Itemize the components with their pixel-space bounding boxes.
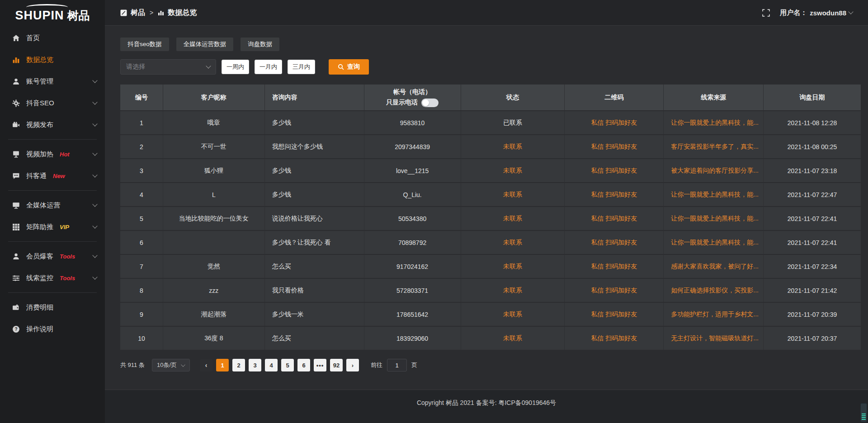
cell-source[interactable]: 如何正确选择投影仪，买投影... — [664, 279, 764, 302]
page-button[interactable]: 92 — [330, 359, 343, 371]
cell-status: 未联系 — [461, 135, 565, 158]
cell-date: 2021-11-07 20:39 — [764, 303, 861, 326]
goto-page-input[interactable] — [387, 359, 407, 371]
period-button[interactable]: 一周内 — [222, 60, 249, 74]
page-size-select[interactable]: 10条/页 — [152, 359, 190, 371]
tab-button[interactable]: 全媒体运营数据 — [176, 38, 234, 51]
chevron-down-icon — [92, 99, 97, 104]
qrcode-links[interactable]: 私信 扫码加好友 — [591, 239, 637, 247]
qrcode-links[interactable]: 私信 扫码加好友 — [591, 119, 637, 127]
phone-only-toggle[interactable] — [421, 99, 439, 107]
page-button[interactable]: 5 — [281, 359, 294, 371]
toggle-knob — [422, 99, 429, 106]
floating-widget[interactable] — [860, 403, 867, 422]
page-button[interactable]: › — [346, 359, 359, 371]
qrcode-links[interactable]: 私信 扫码加好友 — [591, 263, 637, 271]
page-button[interactable]: 4 — [265, 359, 278, 371]
logo: SHUPIN 树品 — [0, 4, 105, 27]
cell-status: 未联系 — [461, 255, 565, 278]
sidebar-item-data-overview[interactable]: 数据总览 — [0, 49, 105, 70]
chevron-down-icon — [92, 223, 97, 228]
cell-account: 178651642 — [364, 303, 461, 326]
sidebar-item-video-publish[interactable]: 视频发布 — [0, 114, 105, 136]
grid-icon — [12, 223, 20, 231]
page-buttons: ‹ 1 2 3 4 5 6 ••• 92 › — [200, 359, 363, 371]
table-row: 6 多少钱？让我死心 看 70898792 未联系 私信 扫码加好友 让你一眼就… — [120, 230, 861, 254]
cell-source[interactable]: 让你一眼就爱上的黑科技，能... — [664, 207, 764, 230]
sidebar-item-douyin-seo[interactable]: 抖音SEO — [0, 92, 105, 114]
cell-source[interactable]: 多功能护栏灯，适用于乡村文... — [664, 303, 764, 326]
col-header-id: 编号 — [120, 85, 163, 110]
cell-qrcode: 私信 扫码加好友 — [565, 303, 664, 326]
sidebar-item-lead-monitor[interactable]: 线索监控 Tools — [0, 267, 105, 289]
cell-source[interactable]: 无主灯设计，智能磁吸轨道灯... — [664, 327, 764, 350]
tab-button[interactable]: 抖音seo数据 — [120, 38, 169, 51]
cell-content: 怎么买 — [265, 255, 364, 278]
cell-content: 多少钱 — [265, 183, 364, 206]
table-row: 2 不可一世 我想问这个多少钱 2097344839 未联系 私信 扫码加好友 … — [120, 134, 861, 158]
cell-source[interactable]: 被大家追着问的客厅投影分享... — [664, 159, 764, 182]
page-button[interactable]: ‹ — [200, 359, 212, 371]
goto-page: 前往 页 — [371, 359, 417, 371]
cell-source[interactable]: 让你一眼就爱上的黑科技，能... — [664, 111, 764, 134]
sidebar-item-video-heating[interactable]: 视频加热 Hot — [0, 143, 105, 165]
qrcode-links[interactable]: 私信 扫码加好友 — [591, 167, 637, 175]
cell-account: 572803371 — [364, 279, 461, 302]
qrcode-links[interactable]: 私信 扫码加好友 — [591, 287, 637, 295]
sidebar-item-douketong[interactable]: 抖客通 New — [0, 165, 105, 187]
cell-qrcode: 私信 扫码加好友 — [565, 255, 664, 278]
cell-status: 未联系 — [461, 279, 565, 302]
cell-date: 2021-11-07 22:41 — [764, 207, 861, 230]
tab-button[interactable]: 询盘数据 — [241, 38, 279, 51]
cell-account: love__1215 — [364, 159, 461, 182]
user-menu[interactable]: 用户名：zswodun88 — [780, 9, 853, 17]
cell-source[interactable]: 让你一眼就爱上的黑科技，能... — [664, 231, 764, 254]
qrcode-links[interactable]: 私信 扫码加好友 — [591, 334, 637, 343]
qrcode-links[interactable]: 私信 扫码加好友 — [591, 310, 637, 319]
filter-select[interactable]: 请选择 — [120, 59, 216, 75]
fullscreen-icon[interactable] — [762, 9, 770, 17]
sidebar-item-member-burst[interactable]: 会员爆客 Tools — [0, 245, 105, 267]
period-button[interactable]: 三月内 — [288, 60, 315, 74]
qrcode-links[interactable]: 私信 扫码加好友 — [591, 191, 637, 199]
col-header-nickname: 客户昵称 — [163, 85, 265, 110]
chevron-down-icon — [848, 9, 853, 14]
tools-badge: Tools — [60, 253, 75, 260]
chevron-down-icon — [92, 121, 97, 126]
sidebar-item-account-management[interactable]: 账号管理 — [0, 70, 105, 92]
page-button[interactable]: 1 — [216, 359, 229, 371]
cell-source[interactable]: 让你一眼就爱上的黑科技，能... — [664, 183, 764, 206]
sidebar-item-omni-media[interactable]: 全媒体运营 — [0, 194, 105, 216]
account-header-label: 帐号（电话） — [393, 88, 431, 96]
sidebar-item-matrix-boost[interactable]: 矩阵助推 VIP — [0, 216, 105, 238]
question-icon: ? — [12, 325, 20, 333]
sidebar-divider — [8, 292, 97, 293]
sidebar-divider — [8, 190, 97, 191]
period-button[interactable]: 一月内 — [255, 60, 282, 74]
chevron-down-icon — [92, 274, 97, 279]
sidebar-divider — [8, 241, 97, 242]
cell-source[interactable]: 客厅安装投影半年多了，真实... — [664, 135, 764, 158]
breadcrumb-root[interactable]: 树品 — [131, 8, 145, 18]
sidebar-item-spending-detail[interactable]: 消费明细 — [0, 296, 105, 318]
page-button[interactable]: 6 — [297, 359, 310, 371]
sidebar-item-home[interactable]: 首页 — [0, 27, 105, 49]
sidebar-item-label: 账号管理 — [26, 77, 53, 86]
qrcode-links[interactable]: 私信 扫码加好友 — [591, 143, 637, 151]
sidebar-item-instructions[interactable]: ? 操作说明 — [0, 318, 105, 340]
cell-status: 未联系 — [461, 303, 565, 326]
qrcode-links[interactable]: 私信 扫码加好友 — [591, 215, 637, 223]
goto-label: 前往 — [371, 361, 382, 369]
cell-content: 多少钱？让我死心 看 — [265, 231, 364, 254]
gear-icon — [12, 99, 20, 107]
bar-chart-icon — [12, 56, 20, 64]
sidebar-item-label: 全媒体运营 — [26, 201, 60, 210]
query-button[interactable]: 查询 — [329, 59, 369, 75]
page-button[interactable]: 2 — [232, 359, 245, 371]
cell-account: 9583810 — [364, 111, 461, 134]
page-button[interactable]: ••• — [314, 359, 326, 371]
cell-status: 未联系 — [461, 327, 565, 350]
page-button[interactable]: 3 — [249, 359, 261, 371]
cell-source[interactable]: 感谢大家喜欢我家，被问了好... — [664, 255, 764, 278]
logo-text-cn: 树品 — [67, 8, 90, 23]
